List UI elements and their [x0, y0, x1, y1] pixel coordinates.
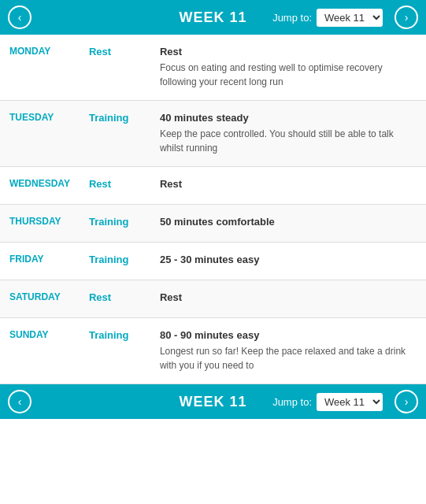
table-row: MONDAYRestRestFocus on eating and restin…	[0, 35, 426, 101]
type-cell: Training	[80, 101, 150, 167]
detail-description: Focus on eating and resting well to opti…	[160, 61, 417, 89]
detail-title: 50 minutes comfortable	[160, 216, 417, 228]
schedule-table: MONDAYRestRestFocus on eating and restin…	[0, 35, 426, 384]
table-row: THURSDAYTraining50 minutes comfortable	[0, 205, 426, 243]
table-row: SATURDAYRestRest	[0, 280, 426, 318]
footer: ‹ WEEK 11 Jump to: Week 1Week 2Week 3Wee…	[0, 384, 426, 419]
jump-to-label: Jump to:	[272, 12, 312, 24]
header: ‹ WEEK 11 Jump to: Week 1Week 2Week 3Wee…	[0, 0, 426, 35]
footer-title: WEEK 11	[179, 394, 246, 410]
detail-cell: 80 - 90 minutes easyLongest run so far! …	[150, 318, 426, 384]
detail-cell: Rest	[150, 167, 426, 205]
jump-to-container: Jump to: Week 1Week 2Week 3Week 4Week 5W…	[272, 9, 383, 27]
type-cell: Rest	[80, 280, 150, 318]
footer-left-arrow-icon: ‹	[18, 395, 22, 408]
footer-week-select[interactable]: Week 1Week 2Week 3Week 4Week 5Week 6Week…	[317, 393, 383, 411]
header-title: WEEK 11	[179, 9, 246, 26]
right-arrow-icon: ›	[405, 11, 409, 24]
week-select[interactable]: Week 1Week 2Week 3Week 4Week 5Week 6Week…	[317, 9, 383, 27]
footer-right-arrow-icon: ›	[405, 395, 409, 408]
detail-cell: Rest	[150, 280, 426, 318]
day-cell: TUESDAY	[0, 101, 80, 167]
day-cell: MONDAY	[0, 35, 80, 101]
detail-title: 40 minutes steady	[160, 112, 417, 124]
detail-description: Keep the pace controlled. You should sti…	[160, 127, 417, 155]
footer-prev-button[interactable]: ‹	[8, 390, 31, 413]
detail-cell: 40 minutes steadyKeep the pace controlle…	[150, 101, 426, 167]
table-row: SUNDAYTraining80 - 90 minutes easyLonges…	[0, 318, 426, 384]
day-cell: WEDNESDAY	[0, 167, 80, 205]
detail-cell: 50 minutes comfortable	[150, 205, 426, 243]
type-cell: Rest	[80, 35, 150, 101]
table-row: FRIDAYTraining25 - 30 minutes easy	[0, 243, 426, 280]
detail-title: Rest	[160, 46, 417, 57]
detail-title: 25 - 30 minutes easy	[160, 254, 417, 265]
detail-title: 80 - 90 minutes easy	[160, 329, 417, 341]
detail-cell: RestFocus on eating and resting well to …	[150, 35, 426, 101]
footer-jump-to-container: Jump to: Week 1Week 2Week 3Week 4Week 5W…	[272, 393, 383, 411]
footer-jump-to-label: Jump to:	[272, 396, 312, 408]
detail-title: Rest	[160, 291, 417, 303]
type-cell: Training	[80, 318, 150, 384]
day-cell: SUNDAY	[0, 318, 80, 384]
footer-next-button[interactable]: ›	[395, 390, 418, 413]
left-arrow-icon: ‹	[18, 11, 22, 24]
detail-description: Longest run so far! Keep the pace relaxe…	[160, 344, 417, 372]
detail-title: Rest	[160, 178, 417, 190]
prev-button[interactable]: ‹	[8, 6, 31, 29]
table-row: TUESDAYTraining40 minutes steadyKeep the…	[0, 101, 426, 167]
table-row: WEDNESDAYRestRest	[0, 167, 426, 205]
day-cell: FRIDAY	[0, 243, 80, 280]
type-cell: Rest	[80, 167, 150, 205]
type-cell: Training	[80, 205, 150, 243]
next-button[interactable]: ›	[395, 6, 418, 29]
detail-cell: 25 - 30 minutes easy	[150, 243, 426, 280]
day-cell: THURSDAY	[0, 205, 80, 243]
day-cell: SATURDAY	[0, 280, 80, 318]
type-cell: Training	[80, 243, 150, 280]
